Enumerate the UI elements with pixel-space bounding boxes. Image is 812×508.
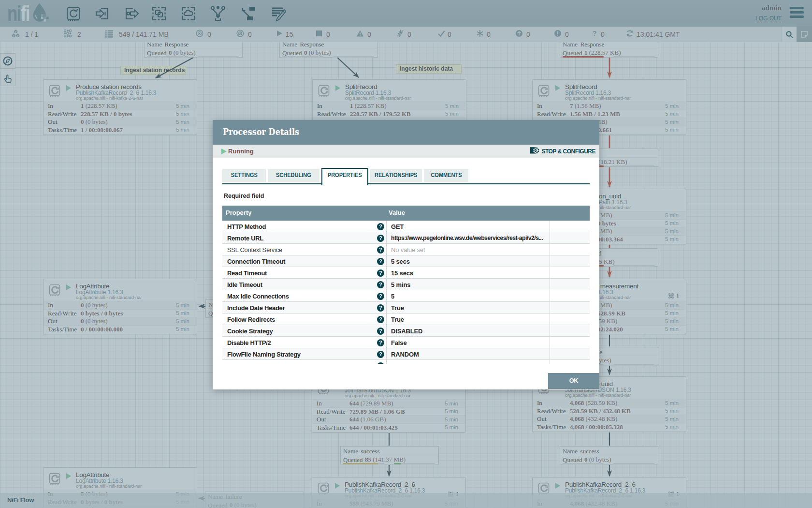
property-value: True bbox=[391, 316, 404, 323]
property-row: Cookie Strategy ? DISABLED bbox=[222, 325, 590, 337]
property-help-icon[interactable]: ? bbox=[377, 223, 384, 230]
property-value: GET bbox=[391, 223, 404, 230]
processor-details-dialog: Processor Details Running STOP & CONFIGU… bbox=[213, 120, 599, 389]
required-field-label: Required field bbox=[224, 193, 264, 199]
property-name: HTTP Method bbox=[227, 223, 266, 230]
property-value: 5 bbox=[391, 293, 394, 300]
property-value: RANDOM bbox=[391, 351, 419, 358]
running-icon bbox=[221, 149, 227, 154]
property-value: DISABLED bbox=[391, 328, 422, 335]
property-help-icon[interactable]: ? bbox=[377, 281, 384, 288]
property-name: Include Date Header bbox=[227, 304, 285, 312]
property-value: No value set bbox=[391, 246, 425, 254]
run-status-label: Running bbox=[228, 148, 254, 155]
properties-table: Property Value HTTP Method ? GET Remote … bbox=[222, 206, 590, 364]
property-name: Attributes to Send bbox=[227, 362, 275, 364]
property-name: Follow Redirects bbox=[227, 316, 275, 323]
property-value: True bbox=[391, 304, 404, 312]
stop-configure-icon bbox=[530, 147, 539, 156]
property-value: 5 secs bbox=[391, 258, 410, 265]
property-row: Attributes to Send ? No value set bbox=[222, 360, 590, 364]
property-row: Include Date Header ? True bbox=[222, 302, 590, 314]
property-value: https://www.pegelonline.wsv.de/webservic… bbox=[391, 235, 543, 241]
property-name: Connection Timeout bbox=[227, 258, 285, 265]
property-name: Disable HTTP/2 bbox=[227, 339, 271, 346]
dialog-header: Processor Details bbox=[213, 120, 599, 145]
value-column-header: Value bbox=[389, 209, 405, 216]
property-name: Idle Timeout bbox=[227, 281, 262, 288]
property-help-icon[interactable]: ? bbox=[377, 316, 384, 323]
tab-properties[interactable]: PROPERTIES bbox=[321, 168, 368, 185]
property-name: Read Timeout bbox=[227, 269, 267, 277]
stop-and-configure-button[interactable]: STOP & CONFIGURE bbox=[530, 147, 595, 156]
property-name: Max Idle Connections bbox=[227, 293, 289, 300]
property-help-icon[interactable]: ? bbox=[377, 293, 384, 300]
ok-button[interactable]: OK bbox=[548, 373, 599, 389]
property-column-header: Property bbox=[226, 209, 251, 216]
property-help-icon[interactable]: ? bbox=[377, 328, 384, 335]
dialog-title: Processor Details bbox=[223, 126, 299, 137]
tab-scheduling[interactable]: SCHEDULING bbox=[268, 169, 319, 182]
property-value: No value set bbox=[391, 362, 425, 364]
dialog-status-row: Running STOP & CONFIGURE bbox=[213, 145, 599, 158]
property-row: FlowFile Naming Strategy ? RANDOM bbox=[222, 348, 590, 360]
property-help-icon[interactable]: ? bbox=[377, 304, 384, 312]
property-help-icon[interactable]: ? bbox=[377, 246, 384, 254]
tab-comments[interactable]: COMMENTS bbox=[424, 169, 468, 182]
property-row: Idle Timeout ? 5 mins bbox=[222, 279, 590, 290]
properties-table-header: Property Value bbox=[222, 206, 590, 221]
tab-settings[interactable]: SETTINGS bbox=[222, 169, 266, 182]
property-help-icon[interactable]: ? bbox=[377, 269, 384, 277]
tab-relationships[interactable]: RELATIONSHIPS bbox=[370, 169, 422, 182]
nifi-app: nifi admin LOG OUT 1 / 12549 / 141.71 MB… bbox=[0, 0, 812, 508]
property-row: Connection Timeout ? 5 secs bbox=[222, 255, 590, 267]
property-row: SSL Context Service ? No value set bbox=[222, 244, 590, 255]
property-name: Cookie Strategy bbox=[227, 328, 273, 335]
property-help-icon[interactable]: ? bbox=[377, 235, 384, 242]
property-help-icon[interactable]: ? bbox=[377, 339, 384, 346]
property-row: Follow Redirects ? True bbox=[222, 314, 590, 325]
property-name: SSL Context Service bbox=[227, 246, 282, 254]
property-row: Remote URL ? https://www.pegelonline.wsv… bbox=[222, 232, 590, 244]
property-help-icon[interactable]: ? bbox=[377, 362, 384, 364]
property-row: Disable HTTP/2 ? False bbox=[222, 337, 590, 348]
property-name: Remote URL bbox=[227, 235, 263, 242]
dialog-tabs: SETTINGSSCHEDULINGPROPERTIESRELATIONSHIP… bbox=[222, 168, 590, 184]
dialog-body: SETTINGSSCHEDULINGPROPERTIESRELATIONSHIP… bbox=[213, 158, 599, 389]
property-value: False bbox=[391, 339, 407, 346]
property-value: 15 secs bbox=[391, 269, 413, 277]
property-value: 5 mins bbox=[391, 281, 410, 288]
property-help-icon[interactable]: ? bbox=[377, 258, 384, 265]
property-row: Read Timeout ? 15 secs bbox=[222, 267, 590, 279]
property-row: Max Idle Connections ? 5 bbox=[222, 290, 590, 302]
property-row: HTTP Method ? GET bbox=[222, 221, 590, 232]
property-name: FlowFile Naming Strategy bbox=[227, 351, 301, 358]
property-help-icon[interactable]: ? bbox=[377, 351, 384, 358]
